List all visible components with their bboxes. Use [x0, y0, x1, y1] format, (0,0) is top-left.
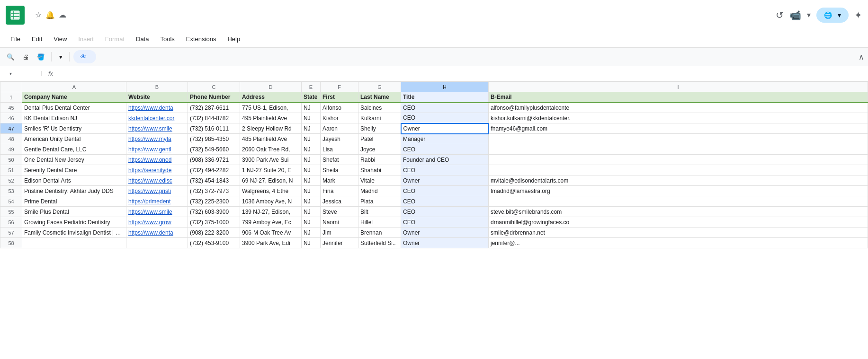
camera-icon[interactable]: 📹 — [789, 9, 801, 21]
cell-53-H[interactable]: CEO — [401, 186, 489, 196]
cell-1-C[interactable]: Phone Number — [188, 92, 240, 103]
row-num-53[interactable]: 53 — [0, 186, 22, 196]
cell-58-G[interactable]: Sutterfield Si.. — [358, 238, 401, 248]
cell-57-B[interactable]: https://www.denta — [126, 228, 188, 238]
cell-50-G[interactable]: Rabbi — [358, 155, 401, 165]
cell-1-F[interactable]: First — [321, 92, 358, 103]
cell-1-I[interactable]: B-Email — [489, 92, 868, 103]
cell-56-I[interactable]: drnaomihillel@growingfaces.co — [489, 217, 868, 228]
cell-50-I[interactable] — [489, 155, 868, 165]
cell-47-G[interactable]: Sheily — [358, 123, 401, 134]
cell-55-B[interactable]: https://www.smile — [126, 207, 188, 217]
cell-52-H[interactable]: Owner — [401, 175, 489, 186]
cell-reference[interactable]: ▾ — [4, 71, 42, 76]
cell-55-F[interactable]: Steve — [321, 207, 358, 217]
col-header-D[interactable]: D — [240, 82, 302, 92]
cell-48-F[interactable]: Jayesh — [321, 134, 358, 144]
cell-58-F[interactable]: Jennifer — [321, 238, 358, 248]
cell-54-G[interactable]: Plata — [358, 196, 401, 207]
cell-47-H[interactable]: Owner — [401, 123, 489, 134]
row-num-49[interactable]: 49 — [0, 144, 22, 155]
cell-52-B[interactable]: https://www.edisc — [126, 175, 188, 186]
cell-51-E[interactable]: NJ — [302, 165, 321, 175]
cell-45-E[interactable]: NJ — [302, 103, 321, 113]
cell-45-D[interactable]: 775 US-1, Edison, — [240, 103, 302, 113]
cell-57-D[interactable]: 906-M Oak Tree Av — [240, 228, 302, 238]
row-num-45[interactable]: 45 — [0, 103, 22, 113]
cell-56-E[interactable]: NJ — [302, 217, 321, 228]
cell-57-F[interactable]: Jim — [321, 228, 358, 238]
cell-46-G[interactable]: Kulkarni — [358, 113, 401, 123]
cell-1-D[interactable]: Address — [240, 92, 302, 103]
row-num-56[interactable]: 56 — [0, 217, 22, 228]
cell-52-G[interactable]: Vitale — [358, 175, 401, 186]
cell-45-I[interactable]: alfonso@familyplusdentalcente — [489, 103, 868, 113]
view-only-button[interactable]: 👁 — [73, 50, 96, 63]
cell-51-B[interactable]: https://serenityde — [126, 165, 188, 175]
cell-57-E[interactable]: NJ — [302, 228, 321, 238]
cell-50-B[interactable]: https://www.oned — [126, 155, 188, 165]
cell-55-D[interactable]: 139 NJ-27, Edison, — [240, 207, 302, 217]
cell-46-I[interactable]: kishor.kulkarni@kkdentalcenter. — [489, 113, 868, 123]
cell-52-D[interactable]: 69 NJ-27, Edison, N — [240, 175, 302, 186]
cell-53-E[interactable]: NJ — [302, 186, 321, 196]
cell-56-C[interactable]: (732) 375-1000 — [188, 217, 240, 228]
cell-58-E[interactable]: NJ — [302, 238, 321, 248]
col-header-H[interactable]: H — [401, 82, 489, 92]
cell-56-A[interactable]: Growing Faces Pediatric Dentistry — [22, 217, 126, 228]
cell-53-D[interactable]: Walgreens, 4 Ethe — [240, 186, 302, 196]
cell-48-B[interactable]: https://www.myfa — [126, 134, 188, 144]
col-header-G[interactable]: G — [358, 82, 401, 92]
menu-tools[interactable]: Tools — [155, 34, 179, 44]
cell-54-F[interactable]: Jessica — [321, 196, 358, 207]
cell-47-C[interactable]: (732) 516-0111 — [188, 123, 240, 134]
cell-55-C[interactable]: (732) 603-3900 — [188, 207, 240, 217]
cell-46-F[interactable]: Kishor — [321, 113, 358, 123]
menu-extensions[interactable]: Extensions — [181, 34, 221, 44]
cell-55-I[interactable]: steve.bilt@smilebrands.com — [489, 207, 868, 217]
cell-48-D[interactable]: 485 Plainfield Ave — [240, 134, 302, 144]
row-num-51[interactable]: 51 — [0, 165, 22, 175]
cell-56-F[interactable]: Naomi — [321, 217, 358, 228]
cell-46-C[interactable]: (732) 844-8782 — [188, 113, 240, 123]
cell-1-B[interactable]: Website — [126, 92, 188, 103]
cell-54-B[interactable]: https://primedent — [126, 196, 188, 207]
cell-54-C[interactable]: (732) 225-2300 — [188, 196, 240, 207]
cell-47-A[interactable]: Smiles 'R' Us Dentistry — [22, 123, 126, 134]
cell-54-A[interactable]: Prime Dental — [22, 196, 126, 207]
cell-53-F[interactable]: Fina — [321, 186, 358, 196]
row-num-55[interactable]: 55 — [0, 207, 22, 217]
cell-51-F[interactable]: Sheila — [321, 165, 358, 175]
row-num-1[interactable]: 1 — [0, 92, 22, 103]
cell-52-C[interactable]: (732) 454-1843 — [188, 175, 240, 186]
cell-49-G[interactable]: Joyce — [358, 144, 401, 155]
row-num-46[interactable]: 46 — [0, 113, 22, 123]
cell-57-I[interactable]: smile@drbrennan.net — [489, 228, 868, 238]
gemini-icon[interactable]: ✦ — [854, 9, 862, 21]
cell-45-A[interactable]: Dental Plus Dental Center — [22, 103, 126, 113]
cell-49-I[interactable] — [489, 144, 868, 155]
cell-53-I[interactable]: fmadrid@lamaestra.org — [489, 186, 868, 196]
cell-55-H[interactable]: CEO — [401, 207, 489, 217]
cell-1-H[interactable]: Title — [401, 92, 489, 103]
cell-1-G[interactable]: Last Name — [358, 92, 401, 103]
print-button[interactable]: 🖨 — [19, 50, 32, 63]
row-num-52[interactable]: 52 — [0, 175, 22, 186]
cell-58-C[interactable]: (732) 453-9100 — [188, 238, 240, 248]
cell-49-A[interactable]: Gentle Dental Care, LLC — [22, 144, 126, 155]
alert-icon[interactable]: 🔔 — [45, 10, 55, 19]
row-num-50[interactable]: 50 — [0, 155, 22, 165]
cell-54-I[interactable] — [489, 196, 868, 207]
cell-57-C[interactable]: (908) 222-3200 — [188, 228, 240, 238]
cell-53-A[interactable]: Pristine Dentistry: Akhtar Judy DDS — [22, 186, 126, 196]
cell-47-E[interactable]: NJ — [302, 123, 321, 134]
cell-49-D[interactable]: 2060 Oak Tree Rd, — [240, 144, 302, 155]
cell-52-I[interactable]: mvitale@edisondentalarts.com — [489, 175, 868, 186]
menu-edit[interactable]: Edit — [27, 34, 47, 44]
search-button[interactable]: 🔍 — [4, 50, 17, 63]
cell-55-A[interactable]: Smile Plus Dental — [22, 207, 126, 217]
cell-55-E[interactable]: NJ — [302, 207, 321, 217]
cell-58-I[interactable]: jennifer@... — [489, 238, 868, 248]
cell-49-F[interactable]: Lisa — [321, 144, 358, 155]
cell-50-C[interactable]: (908) 336-9721 — [188, 155, 240, 165]
